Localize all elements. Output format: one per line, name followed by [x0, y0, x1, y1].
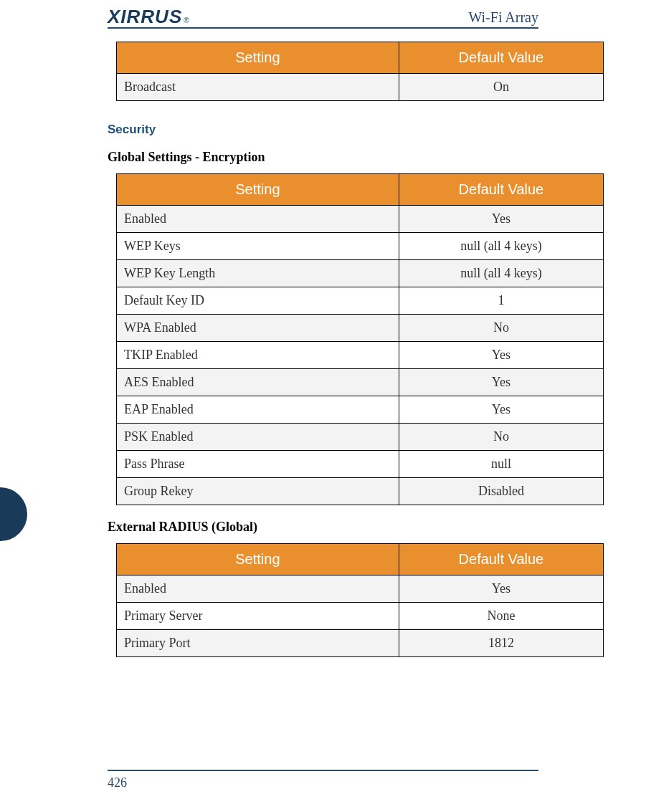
- table-row: EnabledYes: [117, 575, 604, 603]
- table-row: Default Key ID1: [117, 287, 604, 315]
- setting-cell: WEP Keys: [117, 233, 399, 260]
- table-row: BroadcastOn: [117, 74, 604, 101]
- radius-heading: External RADIUS (Global): [108, 520, 538, 535]
- logo-text: XIRRUS: [108, 7, 182, 26]
- setting-cell: AES Enabled: [117, 369, 399, 396]
- value-cell: Yes: [399, 396, 603, 424]
- table-row: Primary Port1812: [117, 630, 604, 657]
- col-default-value: Default Value: [399, 544, 603, 575]
- encryption-heading: Global Settings - Encryption: [108, 150, 538, 165]
- table-row: EAP EnabledYes: [117, 396, 604, 424]
- col-setting: Setting: [117, 174, 399, 206]
- col-setting: Setting: [117, 42, 399, 74]
- setting-cell: WEP Key Length: [117, 260, 399, 287]
- footer-divider: [108, 770, 538, 771]
- value-cell: On: [399, 74, 603, 101]
- table-row: TKIP EnabledYes: [117, 342, 604, 369]
- col-default-value: Default Value: [399, 42, 603, 74]
- table-row: WEP Key Lengthnull (all 4 keys): [117, 260, 604, 287]
- content: Setting Default Value BroadcastOn Securi…: [108, 42, 538, 657]
- value-cell: Yes: [399, 369, 603, 396]
- value-cell: No: [399, 315, 603, 342]
- value-cell: null (all 4 keys): [399, 260, 603, 287]
- page-number: 426: [108, 775, 538, 790]
- setting-cell: Pass Phrase: [117, 451, 399, 478]
- setting-cell: Enabled: [117, 206, 399, 233]
- setting-cell: EAP Enabled: [117, 396, 399, 424]
- setting-cell: Primary Port: [117, 630, 399, 657]
- setting-cell: Default Key ID: [117, 287, 399, 315]
- col-setting: Setting: [117, 544, 399, 575]
- table-row: WPA EnabledNo: [117, 315, 604, 342]
- logo: XIRRUS®: [108, 7, 190, 26]
- table-row: Group RekeyDisabled: [117, 478, 604, 505]
- value-cell: null: [399, 451, 603, 478]
- radius-table: Setting Default Value EnabledYesPrimary …: [116, 543, 604, 657]
- setting-cell: TKIP Enabled: [117, 342, 399, 369]
- value-cell: Yes: [399, 342, 603, 369]
- value-cell: 1: [399, 287, 603, 315]
- table-row: PSK EnabledNo: [117, 424, 604, 451]
- value-cell: null (all 4 keys): [399, 233, 603, 260]
- table-row: WEP Keysnull (all 4 keys): [117, 233, 604, 260]
- footer: 426: [108, 770, 538, 790]
- encryption-table: Setting Default Value EnabledYesWEP Keys…: [116, 173, 604, 505]
- setting-cell: Group Rekey: [117, 478, 399, 505]
- broadcast-table: Setting Default Value BroadcastOn: [116, 42, 604, 101]
- header-bar: XIRRUS® Wi-Fi Array: [108, 7, 538, 29]
- page-title: Wi-Fi Array: [468, 9, 538, 26]
- value-cell: No: [399, 424, 603, 451]
- value-cell: Yes: [399, 206, 603, 233]
- value-cell: Yes: [399, 575, 603, 603]
- security-heading: Security: [108, 123, 538, 137]
- setting-cell: PSK Enabled: [117, 424, 399, 451]
- table-row: Primary ServerNone: [117, 603, 604, 630]
- value-cell: None: [399, 603, 603, 630]
- table-row: Pass Phrasenull: [117, 451, 604, 478]
- setting-cell: Enabled: [117, 575, 399, 603]
- setting-cell: WPA Enabled: [117, 315, 399, 342]
- value-cell: 1812: [399, 630, 603, 657]
- setting-cell: Primary Server: [117, 603, 399, 630]
- table-row: EnabledYes: [117, 206, 604, 233]
- col-default-value: Default Value: [399, 174, 603, 206]
- table-row: AES EnabledYes: [117, 369, 604, 396]
- setting-cell: Broadcast: [117, 74, 399, 101]
- value-cell: Disabled: [399, 478, 603, 505]
